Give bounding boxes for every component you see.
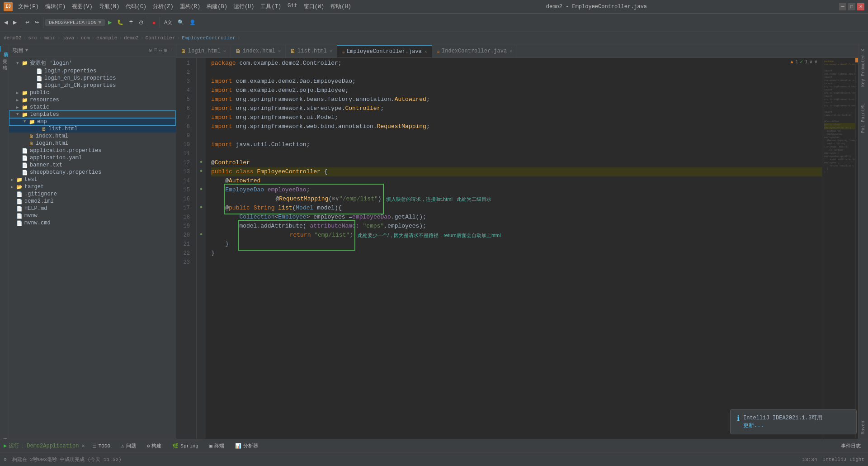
menu-nav[interactable]: 导航(N)	[96, 2, 123, 11]
menu-code[interactable]: 代码(C)	[123, 2, 149, 11]
tree-item-target[interactable]: ▶ 📂 target	[9, 183, 176, 190]
stop-button[interactable]: ■	[150, 19, 158, 27]
tree-item-mvnw[interactable]: 📄 mvnw	[9, 212, 176, 219]
problems-button[interactable]: ⚠ 问题	[118, 442, 140, 450]
search-button[interactable]: 🔍	[175, 18, 186, 27]
sidebar-icon-close[interactable]: ─	[169, 47, 172, 54]
code-editor[interactable]: 1 2 3 4 5 6 7 8 9 10 11 12 13 14 15 16 1	[176, 58, 858, 439]
right-tab-maven[interactable]: Maven	[860, 418, 867, 437]
maximize-button[interactable]: □	[848, 3, 855, 10]
tab-list-html[interactable]: 🗎 list.html ✕	[286, 45, 337, 57]
event-log-button[interactable]: 事件日志	[837, 442, 864, 450]
run-config-dropdown[interactable]: ▼	[99, 20, 102, 25]
tree-item-app-yaml[interactable]: 📄 application.yaml	[9, 154, 176, 162]
sidebar-icon-locate[interactable]: ⊙	[149, 47, 152, 54]
tree-item-mvnwcmd[interactable]: 📄 mvnw.cmd	[9, 219, 176, 227]
undo-button[interactable]: ↩	[23, 18, 32, 27]
tree-item-test[interactable]: ▶ 📁 test	[9, 176, 176, 183]
breadcrumb-demo02[interactable]: demo02	[4, 35, 22, 41]
profile-button[interactable]: ⏱	[137, 19, 146, 27]
tree-item-login-props[interactable]: 📄 login.properties	[9, 67, 176, 75]
tree-item-app-props[interactable]: 📄 application.properties	[9, 147, 176, 154]
menu-git[interactable]: Git	[285, 2, 300, 11]
menu-bar[interactable]: 文件(F) 编辑(E) 视图(V) 导航(N) 代码(C) 分析(Z) 重构(R…	[15, 2, 354, 11]
todo-button[interactable]: ☰ TODO	[89, 442, 114, 450]
tree-item-static[interactable]: ▶ 📁 static	[9, 104, 176, 111]
tree-item-list-html[interactable]: 🗎 list.html	[9, 125, 176, 133]
tab-close-button[interactable]: ✕	[330, 48, 332, 54]
spring-button[interactable]: 🌿 Spring	[169, 442, 202, 450]
breadcrumb-src[interactable]: src	[28, 35, 37, 41]
menu-run[interactable]: 运行(U)	[231, 2, 257, 11]
window-title: demo2 - EmployeeController.java	[546, 4, 647, 10]
coverage-button[interactable]: ☂	[127, 18, 136, 27]
left-tab-project[interactable]: 项目	[0, 46, 9, 52]
left-tab-structure[interactable]: 结构	[0, 59, 9, 64]
menu-build[interactable]: 构建(B)	[204, 2, 230, 11]
breadcrumb-employeecontroller[interactable]: EmployeeController	[182, 35, 236, 41]
tree-item-banner[interactable]: 📄 banner.txt	[9, 162, 176, 169]
left-tab-commit[interactable]: 提交	[0, 52, 9, 58]
breadcrumb-example[interactable]: example	[96, 35, 117, 41]
left-tab-bookmark[interactable]: 书签	[0, 432, 9, 437]
tab-employee-controller[interactable]: ☕ EmployeeController.java ✕	[337, 45, 432, 57]
minimap[interactable]: package com.example.demo2.Controller; im…	[822, 58, 858, 439]
tree-item-help[interactable]: 📄 HELP.md	[9, 205, 176, 212]
tree-item-login-html[interactable]: 🗎 login.html	[9, 140, 176, 147]
tree-item-templates[interactable]: ▼ 📁 templates	[9, 111, 176, 118]
tab-index-controller[interactable]: ☕ IndexController.java ✕	[432, 45, 517, 57]
tab-close-button[interactable]: ✕	[425, 49, 427, 54]
forward-button[interactable]: ▶	[11, 18, 19, 27]
notification-update-link[interactable]: 更新...	[743, 422, 822, 429]
tree-item-iml[interactable]: 📄 demo2.iml	[9, 198, 176, 205]
sidebar-icon-settings[interactable]: ⚙	[164, 47, 167, 54]
menu-file[interactable]: 文件(F)	[15, 2, 42, 11]
tab-close-button[interactable]: ✕	[509, 48, 512, 54]
breadcrumb-main[interactable]: main	[44, 35, 56, 41]
tree-item-sheep-props[interactable]: 📄 sheepbotany.properties	[9, 169, 176, 176]
tree-item-resources[interactable]: ▶ 📁 resources	[9, 96, 176, 104]
tree-item-login-en-props[interactable]: 📄 login_en_Us.properties	[9, 75, 176, 82]
sidebar-dropdown[interactable]: ▼	[25, 48, 28, 53]
right-tab-keypromoter[interactable]: Key Promoter X	[860, 46, 867, 90]
tab-index-html[interactable]: 🗎 index.html ✕	[231, 45, 286, 57]
run-config[interactable]: DEMO2APPLICATION ▼	[45, 19, 105, 26]
menu-refactor[interactable]: 重构(R)	[177, 2, 203, 11]
back-button[interactable]: ◀	[2, 18, 10, 27]
sidebar-icon-expand[interactable]: ≡	[154, 47, 157, 54]
run-close-icon[interactable]: ✕	[81, 442, 85, 449]
redo-button[interactable]: ↪	[33, 18, 41, 27]
close-button[interactable]: ✕	[857, 3, 864, 10]
tab-login-html[interactable]: 🗎 login.html ✕	[176, 45, 231, 57]
breadcrumb-controller[interactable]: Controller	[146, 35, 175, 41]
profiler-button[interactable]: 📊 分析器	[231, 442, 262, 450]
sidebar-icon-collapse[interactable]: ⇔	[159, 47, 162, 54]
translate-button[interactable]: A文	[162, 18, 175, 27]
breadcrumb-java[interactable]: java	[62, 35, 74, 41]
run-button[interactable]: ▶	[106, 18, 114, 27]
tree-item-login-bundle[interactable]: ▼ 📁 资源包 'login'	[9, 59, 176, 67]
code-content[interactable]: package com.example.demo2.Controller; im…	[206, 58, 822, 439]
tab-close-button[interactable]: ✕	[278, 48, 281, 54]
debug-button[interactable]: 🐛	[115, 18, 126, 27]
tree-item-gitignore[interactable]: 📄 .gitignore	[9, 190, 176, 198]
tree-item-public[interactable]: ▶ 📁 public	[9, 89, 176, 96]
breadcrumb-demo2[interactable]: demo2	[124, 35, 139, 41]
menu-view[interactable]: 视图(V)	[69, 2, 95, 11]
menu-edit[interactable]: 编辑(E)	[42, 2, 69, 11]
menu-help[interactable]: 帮助(H)	[328, 2, 354, 11]
terminal-button[interactable]: ▣ 终端	[206, 442, 228, 450]
menu-tools[interactable]: 工具(T)	[258, 2, 284, 11]
minimize-button[interactable]: ─	[839, 3, 846, 10]
user-button[interactable]: 👤	[187, 18, 198, 27]
tab-close-button[interactable]: ✕	[223, 48, 226, 54]
menu-analyze[interactable]: 分析(Z)	[150, 2, 176, 11]
build-button[interactable]: ⚙ 构建	[143, 442, 165, 450]
breadcrumb-com[interactable]: com	[81, 35, 90, 41]
tree-item-login-zh-props[interactable]: 📄 login_zh_CN.properties	[9, 82, 176, 89]
tree-item-label: public	[30, 90, 49, 96]
tree-item-emp[interactable]: ▼ 📁 emp	[9, 118, 176, 125]
menu-window[interactable]: 窗口(W)	[301, 2, 327, 11]
tree-item-index-html[interactable]: 🗎 index.html	[9, 133, 176, 140]
right-tab-palpainter[interactable]: Pal PaintML	[860, 100, 867, 136]
